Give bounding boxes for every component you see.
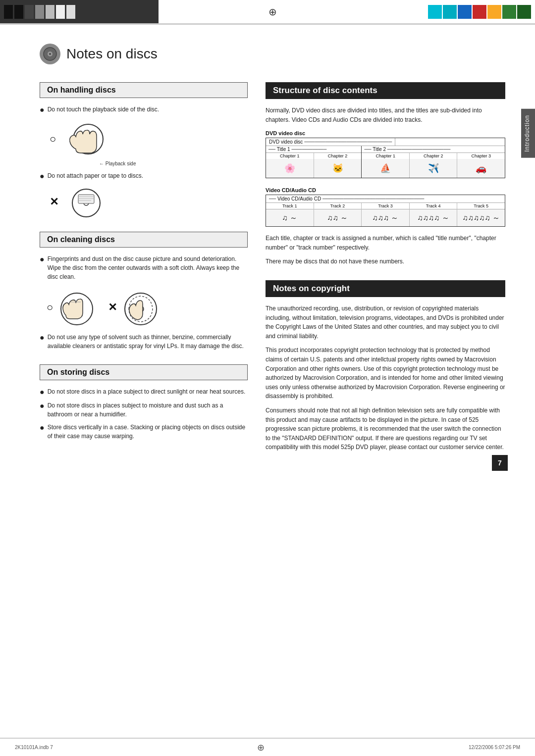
storing-bullet2-text: Do not store discs in places subject to …: [48, 401, 248, 419]
ch1-label: Chapter 1: [266, 153, 314, 159]
color-block-darkgray: [25, 5, 34, 19]
handling-bullet1: ● Do not touch the playback side of the …: [40, 105, 248, 114]
dvd-outer-box: DVD video disc ─────────────────────────…: [266, 138, 505, 178]
storing-bullet1: ● Do not store discs in a place subject …: [40, 387, 248, 397]
track3: Track 3 ♫♫♫ ～: [362, 203, 410, 226]
svg-point-2: [49, 53, 51, 55]
title2-images: ⛵ ✈️ 🚗: [362, 159, 505, 178]
svg-rect-7: [78, 195, 94, 203]
track1: Track 1 ♫ ～: [266, 203, 314, 226]
bottom-bar: 2K10101A.indb 7 ⊕ 12/22/2006 5:07:26 PM: [0, 738, 535, 756]
track2-label: Track 2: [314, 203, 362, 209]
cleaning-bullet2-text: Do not use any type of solvent such as t…: [48, 333, 248, 351]
title2-chapters: Chapter 1 Chapter 2 Chapter 3: [362, 153, 505, 159]
dvd-titles-row: ── Title 1 ────────── Chapter 1 Chapter …: [266, 146, 505, 178]
track4-label: Track 4: [410, 203, 457, 209]
track4: Track 4 ♫♫♫♫ ～: [410, 203, 458, 226]
track1-label: Track 1: [266, 203, 314, 209]
page-title: Notes on discs: [66, 46, 158, 62]
cleaning-heading: On cleaning discs: [40, 232, 248, 248]
structure-caption1: Each title, chapter or track is assigned…: [266, 234, 505, 252]
title1-chapters: Chapter 1 Chapter 2: [266, 153, 361, 159]
x-symbol-clean: ✕: [108, 301, 117, 314]
bullet-dot-6: ●: [40, 401, 45, 410]
top-bar-center: ⊕: [159, 6, 386, 18]
storing-bullet3-text: Store discs vertically in a case. Stacki…: [48, 423, 248, 441]
title2-img3: 🚗: [457, 159, 505, 178]
structure-caption2: There may be discs that do not have thes…: [266, 257, 505, 266]
cleaning-x: ✕: [108, 288, 162, 327]
crosshair-bottom: ⊕: [257, 742, 265, 753]
title-icon: [40, 44, 60, 64]
cd-tracks: Track 1 ♫ ～ Track 2 ♫♫ ～ Track 3 ♫♫♫ ～: [266, 203, 505, 226]
ch3-t2-label: Chapter 3: [457, 153, 505, 159]
top-bar: ⊕: [0, 0, 535, 24]
cleaning-ok: ○: [47, 288, 98, 327]
ch2-t2-label: Chapter 2: [410, 153, 458, 159]
bottom-rule: [0, 738, 535, 738]
title2-img1: ⛵: [362, 159, 410, 178]
swatch-darkgreen: [517, 5, 531, 19]
page-title-wrap: Notes on discs: [40, 44, 505, 64]
handling-bullet1-text: Do not touch the playback side of the di…: [48, 105, 159, 114]
title1-img2: 🐱: [314, 159, 362, 178]
bullet-dot-4: ●: [40, 333, 45, 342]
bullet-dot-5: ●: [40, 387, 45, 397]
dvd-disc-label-row: DVD video disc ─────────────────────────: [266, 138, 505, 146]
color-block-white2: [66, 5, 75, 19]
cleaning-bullet1-text: Fingerprints and dust on the disc cause …: [48, 254, 248, 281]
top-bar-right: [386, 5, 535, 19]
swatch-green: [502, 5, 516, 19]
ch1-t2-label: Chapter 1: [362, 153, 410, 159]
col-right: Structure of disc contents Normally, DVD…: [266, 82, 505, 466]
disc-handling-svg: [61, 119, 110, 159]
color-block-lightgray: [46, 5, 54, 19]
color-block-gray: [35, 5, 44, 19]
disc-paper-svg: [66, 186, 106, 218]
x-symbol-paper: ✕: [50, 196, 58, 208]
swatch-red: [473, 5, 486, 19]
track5-img: ♫♫♫♫♫ ～: [457, 209, 505, 226]
handling-section: On handling discs ● Do not touch the pla…: [40, 82, 248, 218]
swatch-yellow: [487, 5, 501, 19]
copyright-heading: Notes on copyright: [266, 280, 505, 297]
swatch-blue: [458, 5, 472, 19]
color-block-white: [56, 5, 65, 19]
bullet-dot-2: ●: [40, 171, 45, 181]
cd-outer-box: ── Video CD/Audio CD ───────────────────…: [266, 195, 505, 227]
footer-right: 12/22/2006 5:07:26 PM: [469, 745, 520, 750]
storing-bullet3: ● Store discs vertically in a case. Stac…: [40, 423, 248, 441]
track5: Track 5 ♫♫♫♫♫ ～: [457, 203, 505, 226]
playback-label: ← Playback side: [99, 161, 248, 166]
cleaning-x-svg: [120, 288, 162, 327]
dvd-disc-label: DVD video disc ─────────────────────────: [266, 138, 395, 146]
track5-label: Track 5: [457, 203, 505, 209]
track1-img: ♫ ～: [266, 209, 314, 226]
copyright-section: Notes on copyright The unauthorized reco…: [266, 280, 505, 452]
title2-img2: ✈️: [410, 159, 458, 178]
structure-heading: Structure of disc contents: [266, 82, 505, 99]
storing-bullet2: ● Do not store discs in places subject t…: [40, 401, 248, 419]
page-number-box: 7: [492, 455, 508, 471]
cleaning-ok-svg: [56, 288, 98, 327]
ok-symbol-clean: ○: [47, 301, 53, 314]
swatch-cyan: [428, 5, 442, 19]
col-left: On handling discs ● Do not touch the pla…: [40, 82, 248, 466]
cd-disc-label: ── Video CD/Audio CD ───────────────────…: [266, 195, 505, 203]
handling-diagram1: ○: [50, 119, 248, 159]
title2-label: ── Title 2 ──────────────────: [362, 146, 505, 153]
copyright-para2: This product incorporates copyright prot…: [266, 346, 505, 401]
bullet-dot-3: ●: [40, 254, 45, 264]
structure-section: Structure of disc contents Normally, DVD…: [266, 82, 505, 266]
dvd-diagram: DVD video disc DVD video disc ──────────…: [266, 130, 505, 178]
title1-images: 🌸 🐱: [266, 159, 361, 178]
title1-img1: 🌸: [266, 159, 314, 178]
bullet-dot-1: ●: [40, 105, 45, 114]
copyright-para3: Consumers should note that not all high …: [266, 406, 505, 452]
cleaning-diagram: ○ ✕: [47, 288, 248, 327]
storing-heading: On storing discs: [40, 364, 248, 380]
crosshair-icon: ⊕: [268, 6, 277, 18]
copyright-para1: The unauthorized recording, use, distrib…: [266, 304, 505, 341]
swatch-teal: [443, 5, 457, 19]
cleaning-bullet1: ● Fingerprints and dust on the disc caus…: [40, 254, 248, 281]
